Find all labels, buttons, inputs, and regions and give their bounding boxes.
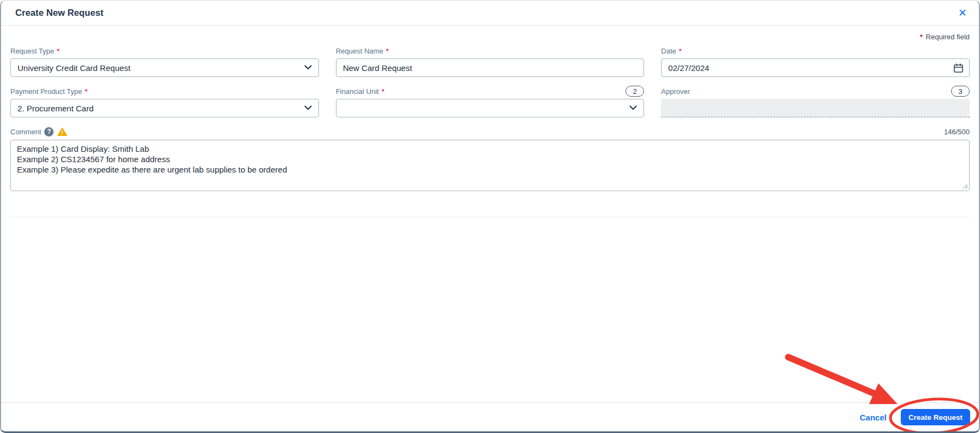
request-type-select[interactable]: University Credit Card Request — [10, 58, 319, 77]
dialog-header: Create New Request ✕ — [1, 1, 979, 26]
request-type-value: University Credit Card Request — [17, 63, 131, 73]
close-button[interactable]: ✕ — [955, 5, 970, 20]
field-date: Date * — [661, 46, 970, 77]
chevron-down-icon — [304, 105, 312, 110]
field-approver: Approver 3 — [661, 86, 970, 117]
dialog-title: Create New Request — [15, 8, 103, 18]
field-payment-product-type: Payment Product Type * 2. Procurement Ca… — [10, 86, 319, 117]
warning-icon: ! — [57, 127, 68, 137]
payment-product-type-value: 2. Procurement Card — [17, 104, 93, 113]
field-comment: Comment ? ! 146/500 Example 1) Card Disp… — [10, 127, 970, 191]
chevron-down-icon — [629, 105, 637, 110]
form-grid: Request Type * University Credit Card Re… — [10, 46, 970, 117]
field-request-type: Request Type * University Credit Card Re… — [10, 46, 319, 77]
approver-field-disabled — [661, 99, 970, 117]
required-asterisk: * — [381, 87, 385, 96]
step-badge-3: 3 — [951, 86, 970, 97]
required-field-note: * Required field — [10, 33, 970, 41]
payment-product-type-label: Payment Product Type — [10, 87, 82, 96]
create-request-button[interactable]: Create Request — [901, 409, 970, 425]
field-financial-unit: Financial Unit * 2 — [336, 86, 645, 117]
payment-product-type-select[interactable]: 2. Procurement Card — [10, 99, 319, 117]
financial-unit-label: Financial Unit — [336, 87, 379, 96]
step-badge-2: 2 — [625, 86, 644, 97]
request-name-label: Request Name — [336, 47, 383, 55]
cancel-button[interactable]: Cancel — [859, 411, 888, 424]
required-asterisk: * — [920, 33, 924, 41]
dialog-body: * Required field Request Type * Universi… — [1, 26, 979, 402]
required-asterisk: * — [386, 47, 389, 55]
financial-unit-select[interactable] — [336, 99, 645, 117]
svg-text:!: ! — [62, 129, 64, 136]
request-name-input[interactable] — [343, 63, 637, 73]
date-input[interactable] — [668, 63, 949, 73]
create-new-request-dialog: Create New Request ✕ * Required field Re… — [0, 0, 980, 433]
chevron-down-icon — [304, 65, 312, 70]
close-icon: ✕ — [958, 7, 967, 19]
request-type-label: Request Type — [10, 47, 54, 55]
required-asterisk: * — [679, 47, 683, 55]
comment-label: Comment — [10, 128, 41, 136]
required-asterisk: * — [57, 47, 61, 55]
help-icon[interactable]: ? — [44, 127, 54, 137]
char-counter: 146/500 — [944, 128, 970, 136]
dialog-footer: Cancel Create Request — [1, 402, 979, 431]
required-note-text: Required field — [926, 33, 970, 41]
calendar-icon[interactable] — [953, 63, 964, 73]
comment-textarea[interactable]: Example 1) Card Display: Smith Lab Examp… — [10, 140, 970, 191]
required-asterisk: * — [85, 87, 88, 96]
date-label: Date — [661, 47, 676, 55]
approver-label: Approver — [661, 87, 690, 96]
field-request-name: Request Name * — [336, 46, 645, 77]
